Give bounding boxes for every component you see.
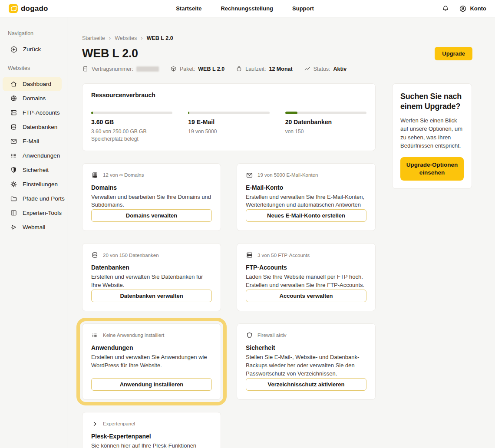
sidebar-item-pfade-und-ports[interactable]: Pfade und Ports	[3, 191, 62, 206]
card-badge-label: Expertenpanel	[103, 421, 135, 426]
meta-term-label: Laufzeit:	[245, 66, 266, 72]
card-badge: 19 von 5000 E-Mail-Konten	[246, 171, 366, 179]
datenbanken-verwalten-button[interactable]: Datenbanken verwalten	[91, 290, 212, 302]
database-icon	[10, 123, 17, 131]
card-badge-label: Firewall aktiv	[257, 333, 286, 338]
sidebar: Navigation Zurück Websites Dashboard Dom…	[0, 17, 67, 448]
email-konto-card: 19 von 5000 E-Mail-Konten E-Mail-Konto E…	[237, 163, 376, 231]
card-title: Plesk-Expertenpanel	[91, 433, 212, 440]
progress-fill	[285, 112, 297, 114]
card-body: Erstellen und verwalten Sie Anwendungen …	[91, 353, 212, 370]
meta-contract: Vertragsnummer:	[82, 66, 159, 72]
meta-package: Paket: WEB L 2.0	[170, 66, 224, 72]
meta-package-value: WEB L 2.0	[198, 66, 224, 72]
meta-contract-label: Vertragsnummer:	[92, 66, 133, 72]
plesk-expertenpanel-card: Expertenpanel Plesk-Expertenpanel Sie kö…	[82, 412, 221, 448]
sidebar-back-button[interactable]: Zurück	[3, 42, 62, 56]
breadcrumb-websites[interactable]: Websites	[115, 35, 137, 41]
mail-icon	[10, 138, 17, 145]
sidebar-item-ftp-accounts[interactable]: FTP-Accounts	[3, 105, 62, 120]
accounts-verwalten-button[interactable]: Accounts verwalten	[246, 290, 366, 302]
brand-logo[interactable]: dogado	[9, 4, 48, 13]
account-menu[interactable]: Konto	[459, 5, 486, 13]
neues-email-konto-button[interactable]: Neues E-Mail-Konto erstellen	[246, 209, 366, 222]
trend-line-icon	[304, 66, 310, 72]
card-badge: 3 von 50 FTP-Accounts	[246, 251, 366, 259]
timer-icon	[236, 66, 242, 72]
account-label: Konto	[470, 5, 486, 12]
sidebar-item-datenbanken[interactable]: Datenbanken	[3, 120, 62, 134]
sidebar-item-label: Experten-Tools	[23, 210, 62, 216]
brand-name: dogado	[21, 4, 48, 13]
contract-number-redacted	[136, 66, 159, 72]
chevron-right-icon: ›	[141, 35, 142, 41]
card-title: Datenbanken	[91, 264, 212, 271]
apps-grid-icon	[10, 152, 17, 159]
meta-status: Status: Aktiv	[304, 66, 347, 72]
sidebar-item-anwendungen[interactable]: Anwendungen	[3, 148, 62, 163]
upgrade-optionen-button[interactable]: Upgrade-Optionen einsehen	[400, 157, 464, 181]
card-badge-label: 19 von 5000 E-Mail-Konten	[257, 172, 318, 178]
topnav-rechnungsstellung[interactable]: Rechnungsstellung	[221, 5, 273, 12]
sidebar-item-domains[interactable]: Domains	[3, 91, 62, 105]
verzeichnisschutz-aktivieren-button[interactable]: Verzeichnisschutz aktivieren	[246, 378, 366, 391]
meter-value: 20 Datenbanken	[285, 119, 366, 125]
sidebar-item-email[interactable]: E-Mail	[3, 134, 62, 148]
notifications-bell-icon[interactable]	[442, 5, 449, 13]
meter-storage: 3.60 GB 3.60 von 250.00 GB GB Speicherpl…	[91, 112, 172, 143]
sidebar-item-einstellungen[interactable]: Einstellungen	[3, 177, 62, 191]
sidebar-item-label: Dashboard	[23, 81, 51, 87]
anwendungen-card-highlighted: Keine Anwendung installiert Anwendungen …	[82, 323, 221, 400]
building-icon	[91, 171, 99, 179]
card-body: Erstellen und verwalten Sie Datenbanken …	[91, 273, 212, 290]
breadcrumb-startseite[interactable]: Startseite	[82, 35, 105, 41]
topnav-startseite[interactable]: Startseite	[176, 5, 201, 12]
sidebar-back-label: Zurück	[23, 46, 41, 53]
topnav-support[interactable]: Support	[292, 5, 314, 12]
resource-usage-card: Ressourcenverbrauch 3.60 GB 3.60 von 250…	[82, 83, 376, 151]
shield-outline-icon	[246, 332, 253, 339]
sidebar-item-experten-tools[interactable]: Experten-Tools	[3, 206, 62, 220]
sidebar-item-label: E-Mail	[23, 138, 39, 145]
gear-icon	[10, 181, 17, 188]
card-body: Verwalten und bearbeiten Sie Ihre Domain…	[91, 193, 212, 210]
side-column: Suchen Sie nach einem Upgrade? Werfen Si…	[392, 83, 472, 189]
progress-fill	[188, 112, 189, 114]
server-icon	[10, 109, 17, 116]
meter-caption: von 150	[285, 128, 366, 135]
sidebar-item-label: Datenbanken	[23, 124, 57, 130]
anwendung-installieren-button[interactable]: Anwendung installieren	[91, 378, 212, 391]
card-title: Anwendungen	[91, 344, 212, 351]
upgrade-button[interactable]: Upgrade	[435, 47, 472, 60]
globe-icon	[10, 95, 17, 102]
sidebar-item-sicherheit[interactable]: Sicherheit	[3, 163, 62, 177]
sidebar-item-dashboard[interactable]: Dashboard	[3, 77, 62, 91]
sidebar-item-label: Domains	[23, 95, 46, 102]
progress-track	[285, 112, 366, 114]
card-title: FTP-Accounts	[246, 264, 366, 271]
card-badge: 20 von 150 Datenbanken	[91, 251, 212, 259]
sidebar-item-webmail[interactable]: Webmail	[3, 220, 62, 234]
upgrade-panel-title: Suchen Sie nach einem Upgrade?	[400, 92, 464, 112]
card-badge: Expertenpanel	[91, 420, 212, 428]
content-columns: Ressourcenverbrauch 3.60 GB 3.60 von 250…	[82, 83, 472, 448]
sidebar-nav-label: Navigation	[0, 30, 67, 36]
sidebar-item-label: Einstellungen	[23, 181, 58, 188]
user-avatar-icon	[459, 5, 467, 13]
database-icon	[91, 251, 99, 259]
folder-icon	[10, 195, 17, 202]
upgrade-panel-body: Werfen Sie einen Blick auf unsere Option…	[400, 116, 464, 150]
card-title: Domains	[91, 184, 212, 191]
breadcrumb: Startseite › Websites › WEB L 2.0	[82, 35, 472, 41]
card-body: Sie können hier auf Ihre Plesk-Funktione…	[91, 442, 212, 448]
home-icon	[10, 80, 17, 88]
server-icon	[246, 251, 253, 259]
panel-layout-icon	[10, 209, 17, 217]
domains-verwalten-button[interactable]: Domains verwalten	[91, 209, 212, 222]
card-title: Sicherheit	[246, 344, 366, 351]
apps-grid-icon	[91, 332, 99, 339]
card-body: Laden Sie Ihre Website manuell per FTP h…	[246, 273, 366, 290]
datenbanken-card: 20 von 150 Datenbanken Datenbanken Erste…	[82, 243, 221, 311]
card-body: Erstellen und verwalten Sie Ihre E-Mail-…	[246, 193, 366, 210]
card-badge-label: Keine Anwendung installiert	[103, 333, 164, 338]
